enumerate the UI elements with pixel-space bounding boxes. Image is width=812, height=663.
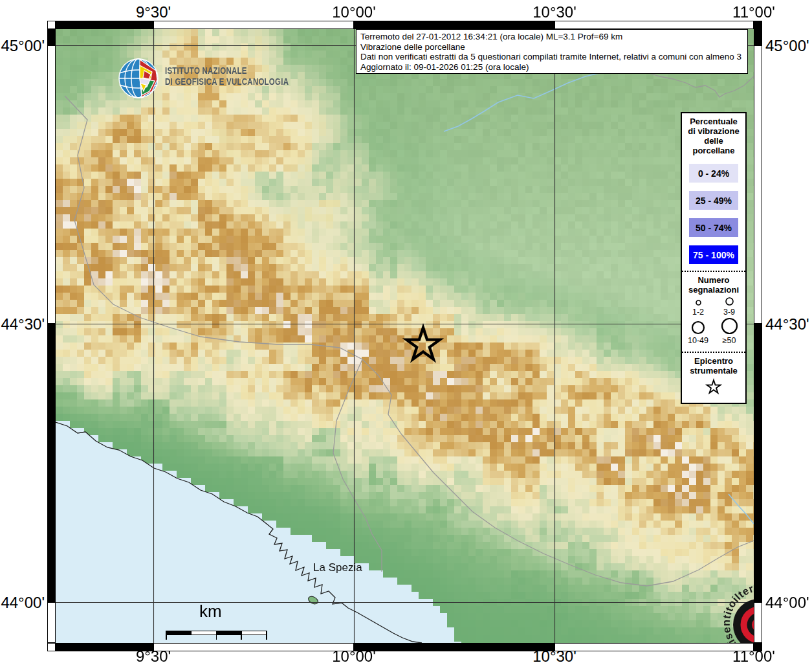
signal-circle-icon [720,317,739,335]
ingv-globe-icon [118,58,160,99]
legend-class-1: 25 - 49% [689,191,738,210]
event-updated: Aggiornato il: 09-01-2026 01:25 (ora loc… [360,62,743,73]
frame-bottom-seg [554,643,754,651]
legend-title: Percentualedi vibrazionedelleporcellane [682,117,745,155]
legend-class-3: 75 - 100% [689,245,738,264]
ingv-line1: ISTITUTO NAZIONALE [165,65,289,76]
legend-separator [682,271,745,272]
earthquake-map-page: ISTITUTO NAZIONALE DI GEOFISICA E VULCAN… [0,0,812,663]
legend-signal-3: ≥50 [714,317,745,345]
legend-signals-title-line: Numero [682,275,745,285]
frame-top-seg [153,21,354,29]
ingv-line2: DI GEOFISICA E VULCANOLOGIA [165,76,289,87]
legend-signals-title: Numerosegnalazioni [682,275,745,295]
signal-circle-icon [694,298,703,307]
event-data-note: Dati non verificati estratti da 5 questi… [360,52,743,62]
haisentito-watermark-logo: ? haisentitoilterremoto.it www. [720,581,754,643]
map-area: ISTITUTO NAZIONALE DI GEOFISICA E VULCAN… [56,29,754,643]
frame-left-seg [47,602,56,643]
signal-label: 1-2 [692,308,704,317]
legend-star-icon [705,378,722,395]
frame-right-seg [754,29,762,45]
frame-bottom-seg [354,643,554,651]
frame-left-seg [47,29,56,45]
frame-left-seg [47,45,56,324]
event-effect: Vibrazione delle porcellane [360,42,743,52]
city-label-la-spezia: La Spezia [313,561,362,574]
axis-top-1: 10°00' [325,3,383,21]
axis-right-0: 45°00' [765,37,812,55]
axis-left-0: 45°00' [0,37,45,55]
frame-left-seg [47,324,56,602]
frame-corner-tr [754,21,762,29]
frame-right-seg [754,602,762,643]
frame-top-seg [56,21,153,29]
axis-right-1: 44°30' [765,315,812,333]
ingv-wordmark: ISTITUTO NAZIONALE DI GEOFISICA E VULCAN… [165,65,289,87]
epicenter-star-icon [401,322,446,367]
axis-bottom-3: 11°00' [725,647,783,663]
scale-bar-unit: km [199,601,222,622]
axis-left-2: 44°00' [0,594,45,612]
legend-epicenter-title: Epicentrostrumentale [682,356,745,376]
signal-label: 3-9 [723,308,735,317]
legend-class-2: 50 - 74% [689,218,738,237]
legend-box: Percentualedi vibrazionedelleporcellane … [681,112,747,404]
scale-bar-segment [166,631,192,635]
scale-bar-tick [166,631,167,640]
scale-bar-segment [241,631,267,635]
axis-bottom-1: 10°00' [325,647,383,663]
frame-corner-tl [47,21,56,29]
axis-top-2: 10°30' [525,3,584,21]
scale-bar-segment [191,631,217,635]
legend-class-0: 0 - 24% [689,164,738,183]
frame-top-seg [554,21,754,29]
axis-left-1: 44°30' [0,315,45,333]
legend-title-line: delle [682,136,745,146]
legend-epicenter-title-line: strumentale [682,366,745,376]
scale-bar-segment [216,631,242,635]
signal-circle-icon [690,320,706,335]
frame-right-seg [754,324,762,602]
signal-label: ≥50 [723,336,736,345]
axis-top-3: 11°00' [725,3,783,21]
axis-right-2: 44°00' [765,594,812,612]
legend-signal-0: 1-2 [683,296,714,317]
axis-top-0: 9°30' [124,3,182,21]
legend-signal-symbols: 1-23-910-49≥50 [683,296,745,345]
scale-bar-tick [241,631,242,640]
frame-bottom-seg [153,643,354,651]
frame-corner-bl [47,643,56,651]
legend-title-line: di vibrazione [682,126,745,136]
axis-bottom-2: 10°30' [525,647,584,663]
frame-right-seg [754,45,762,324]
legend-epicenter-title-line: Epicentro [682,356,745,366]
legend-signal-2: 10-49 [683,317,714,345]
scale-bar-tick [266,631,267,640]
legend-signals-title-line: segnalazioni [682,285,745,295]
legend-title-line: porcellane [682,146,745,155]
legend-title-line: Percentuale [682,117,745,126]
legend-classes: 0 - 24%25 - 49%50 - 74%75 - 100% [682,164,745,264]
ingv-logo: ISTITUTO NAZIONALE DI GEOFISICA E VULCAN… [118,58,316,99]
event-headline: Terremoto del 27-01-2012 16:34:21 (ora l… [360,32,743,42]
signal-circle-icon [724,296,735,307]
axis-bottom-0: 9°30' [124,647,182,663]
signal-label: 10-49 [688,336,708,345]
legend-separator-2 [682,352,745,353]
event-info-box: Terremoto del 27-01-2012 16:34:21 (ora l… [356,29,748,74]
legend-epicenter-symbol [682,378,745,398]
scale-bar-tick [216,631,217,640]
frame-top-seg [354,21,554,29]
legend-signal-1: 3-9 [714,296,745,317]
